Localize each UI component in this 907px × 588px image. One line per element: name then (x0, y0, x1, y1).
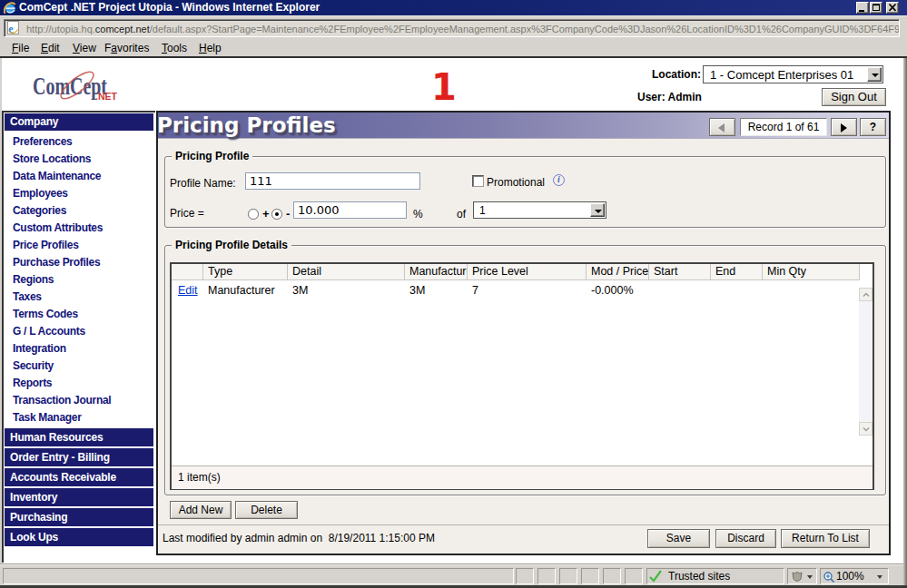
address-bar: e http://utopia.hq.comcept.net/default.a… (0, 15, 907, 39)
sidebar-item-terms-codes[interactable]: Terms Codes (4, 306, 155, 323)
price-value-input[interactable] (293, 201, 407, 219)
price-plus-radio[interactable] (248, 209, 259, 220)
menu-favorites[interactable]: Favorites (104, 41, 149, 55)
sidebar-section-accounts-receivable[interactable]: Accounts Receivable (5, 468, 153, 486)
save-button[interactable]: Save (647, 529, 710, 548)
add-new-button[interactable]: Add New (170, 501, 232, 519)
percent-label: % (413, 208, 423, 220)
sidebar-item-custom-attributes[interactable]: Custom Attributes (4, 220, 155, 237)
cell-type: Manufacturer (203, 282, 288, 299)
triangle-left-icon (718, 123, 725, 132)
col-header-detail[interactable]: Detail (288, 264, 405, 280)
sidebar-item-integration[interactable]: Integration (4, 340, 155, 358)
return-to-list-button[interactable]: Return To List (781, 529, 870, 548)
url-prefix: http://utopia.hq. (26, 24, 95, 34)
scroll-up-button[interactable] (859, 288, 872, 301)
price-minus-radio[interactable] (271, 209, 282, 220)
menu-help[interactable]: Help (199, 41, 222, 55)
sidebar-section-human-resources[interactable]: Human Resources (5, 428, 153, 446)
menu-tools[interactable]: Tools (162, 41, 187, 55)
location-label: Location: (652, 68, 701, 81)
sidebar-section-look-ups[interactable]: Look Ups (5, 528, 153, 546)
cell-detail: 3M (288, 282, 405, 299)
of-dropdown-button[interactable] (590, 203, 605, 217)
sidebar-item-preferences[interactable]: Preferences (4, 133, 155, 151)
sidebar-item-reports[interactable]: Reports (4, 375, 155, 392)
edit-link-cell: Edit (173, 282, 203, 299)
of-select[interactable]: 1 (473, 201, 606, 219)
scroll-down-button[interactable] (859, 422, 872, 436)
cell-price-level: 7 (468, 282, 587, 299)
sidebar-item-store-locations[interactable]: Store Locations (4, 151, 155, 168)
price-label: Price = (170, 207, 204, 220)
location-select[interactable]: 1 - Comcept Enterprises 01 (703, 65, 883, 83)
profile-name-input[interactable] (245, 172, 420, 190)
edit-link[interactable]: Edit (178, 284, 198, 297)
help-button[interactable]: ? (860, 118, 886, 136)
sidebar-item-transaction-journal[interactable]: Transaction Journal (4, 392, 155, 409)
sidebar-item-gl-accounts[interactable]: G / L Accounts (4, 323, 155, 340)
window-title: ComCept .NET Project Utopia - Windows In… (19, 1, 320, 15)
col-header-manufacturer[interactable]: Manufacturer (405, 264, 468, 280)
menu-edit[interactable]: Edit (41, 41, 60, 55)
col-header-mod-price[interactable]: Mod / Price (587, 264, 649, 280)
pricing-profile-details-legend: Pricing Profile Details (172, 239, 291, 251)
cell-manufacturer: 3M (405, 282, 468, 299)
sidebar-item-employees[interactable]: Employees (4, 185, 155, 202)
menu-file[interactable]: File (12, 41, 29, 55)
of-label: of (457, 208, 466, 220)
url-path: /default.aspx?StartPage=Maintenance%2FEm… (150, 24, 900, 34)
user-label: User: Admin (637, 91, 702, 103)
delete-button[interactable]: Delete (235, 501, 298, 519)
chevron-down-icon (872, 74, 879, 77)
sidebar-item-task-manager[interactable]: Task Manager (4, 409, 155, 426)
sidebar-item-data-maintenance[interactable]: Data Maintenance (4, 168, 155, 185)
sidebar-item-taxes[interactable]: Taxes (4, 289, 155, 306)
col-header-price-level[interactable]: Price Level (468, 264, 587, 280)
sidebar-item-price-profiles[interactable]: Price Profiles (4, 237, 155, 254)
record-prev-button[interactable] (709, 118, 735, 136)
sidebar-item-categories[interactable]: Categories (4, 202, 155, 220)
address-input[interactable]: e http://utopia.hq.comcept.net/default.a… (4, 19, 900, 37)
status-segment (625, 568, 643, 584)
minimize-button[interactable] (856, 2, 869, 14)
phishing-filter-segment[interactable] (787, 568, 817, 584)
menu-view[interactable]: View (73, 41, 96, 55)
sidebar-item-regions[interactable]: Regions (4, 271, 155, 289)
sidebar-section-order-entry-billing[interactable]: Order Entry - Billing (5, 448, 153, 466)
info-icon[interactable]: i (553, 174, 565, 186)
page: ComCept .NET 1 Location: 1 - Comcept Ent… (2, 58, 905, 564)
chevron-down-icon (877, 575, 882, 579)
sidebar-section-purchasing[interactable]: Purchasing (5, 508, 153, 526)
scrollbar-track[interactable] (859, 288, 872, 436)
location-dropdown-button[interactable] (867, 67, 882, 82)
pricing-profile-legend: Pricing Profile (172, 150, 252, 162)
status-segment (581, 568, 599, 584)
page-header: ComCept .NET 1 Location: 1 - Comcept Ent… (2, 58, 905, 111)
promotional-checkbox[interactable] (472, 175, 484, 187)
triangle-right-icon (841, 123, 847, 132)
grid-scrollbar[interactable] (859, 280, 872, 436)
col-header-type[interactable]: Type (203, 264, 288, 280)
maximize-button[interactable] (870, 2, 882, 14)
record-next-button[interactable] (831, 118, 857, 136)
zoom-segment[interactable]: 100% (820, 568, 889, 584)
chevron-down-icon (595, 210, 602, 213)
discard-button[interactable]: Discard (715, 529, 776, 548)
status-bar: Trusted sites 100% (0, 564, 907, 585)
sidebar-item-company[interactable]: Company (5, 113, 153, 131)
pricing-profile-details-fieldset: Pricing Profile Details Type Detail Manu… (164, 245, 886, 495)
close-button[interactable] (886, 2, 899, 14)
sidebar-section-inventory[interactable]: Inventory (5, 488, 153, 506)
sign-out-button[interactable]: Sign Out (822, 88, 886, 106)
page-title: Pricing Profiles (157, 113, 336, 137)
col-header-end[interactable]: End (711, 264, 763, 280)
status-segment (559, 568, 577, 584)
col-header-start[interactable]: Start (649, 264, 711, 280)
ie-logo-icon (4, 2, 16, 15)
main-panel: Pricing Profiles Record 1 of 61 ? Pricin… (156, 111, 891, 555)
sidebar-item-purchase-profiles[interactable]: Purchase Profiles (4, 254, 155, 271)
sidebar-item-security[interactable]: Security (4, 358, 155, 375)
col-header-min-qty[interactable]: Min Qty (763, 264, 860, 280)
annotation-number: 1 (431, 69, 458, 105)
